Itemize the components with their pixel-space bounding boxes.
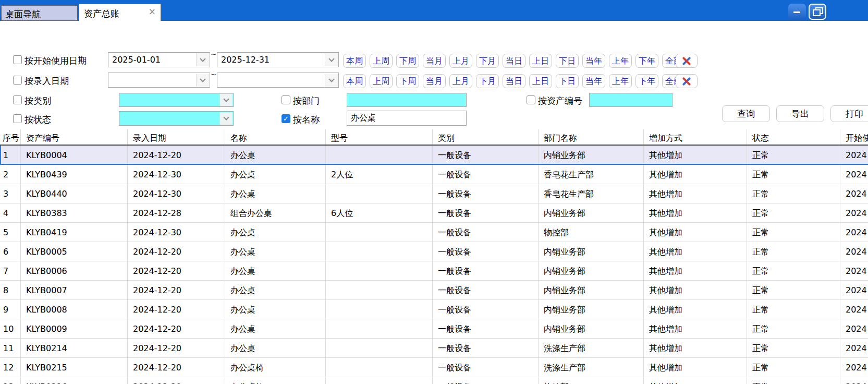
chevron-down-icon[interactable] (325, 74, 338, 87)
column-header[interactable]: 序号 (0, 129, 21, 145)
category-checkbox[interactable] (13, 95, 22, 104)
department-checkbox[interactable] (282, 95, 290, 104)
table-cell: 其他增加 (644, 319, 747, 338)
table-row[interactable]: 10KLYB00092024-12-20办公桌一般设备内销业务部其他增加正常20… (0, 319, 868, 339)
table-row[interactable]: 7KLYB00062024-12-20办公桌一般设备内销业务部其他增加正常202… (0, 261, 868, 281)
table-row[interactable]: 13KLYB02162024-12-20办公桌椅一般设备物控部其他增加正常202… (0, 377, 868, 384)
column-header[interactable]: 开始使用日期 (840, 129, 868, 145)
table-cell: 2024 (840, 358, 868, 377)
department-input[interactable] (347, 93, 467, 107)
quick-date-button[interactable]: 本周 (343, 54, 366, 68)
column-header[interactable]: 类别 (433, 129, 539, 145)
table-cell: 9 (0, 300, 21, 319)
usage-date-to-combo[interactable]: 2025-12-31 (217, 52, 339, 67)
table-cell: 2024-12-20 (128, 281, 225, 299)
table-cell: 办公桌 (225, 281, 326, 299)
table-row[interactable]: 12KLYB02152024-12-20办公桌椅一般设备洗涤生产部其他增加正常2… (0, 358, 868, 377)
range-tilde: ~ (211, 50, 217, 58)
name-checkbox[interactable] (282, 114, 290, 123)
table-row[interactable]: 2KLYB04392024-12-30办公桌2人位一般设备香皂花生产部其他增加正… (0, 165, 868, 184)
chevron-down-icon[interactable] (325, 53, 338, 66)
table-cell: KLYB0215 (21, 358, 128, 377)
quick-date-button[interactable]: 当月 (423, 74, 446, 88)
quick-date-button[interactable]: 下日 (556, 54, 579, 68)
table-cell: 物控部 (539, 223, 644, 242)
quick-date-row-2: 本周上周下周当月上月下月当日上日下日当年上年下年全部 (343, 74, 685, 88)
quick-date-button[interactable]: 上周 (370, 54, 393, 68)
column-header[interactable]: 型号 (326, 129, 433, 145)
asset-code-input[interactable] (589, 93, 673, 107)
print-button[interactable]: 打印 (830, 105, 868, 122)
chevron-down-icon[interactable] (219, 112, 233, 125)
tab-desktop-navigation[interactable]: 桌面导航 (1, 5, 78, 21)
quick-date-button[interactable]: 下日 (556, 74, 579, 88)
table-cell: 内销业务部 (539, 319, 644, 338)
entry-date-to-combo[interactable] (217, 73, 339, 88)
table-cell: 香皂花生产部 (539, 184, 644, 203)
status-combo[interactable] (119, 111, 234, 126)
quick-date-button[interactable]: 当年 (582, 54, 605, 68)
table-row[interactable]: 3KLYB04402024-12-30办公桌一般设备香皂花生产部其他增加正常20… (0, 184, 868, 203)
category-combo[interactable] (119, 93, 234, 107)
table-row[interactable]: 4KLYB03832024-12-28组合办公桌6人位一般设备内销业务部其他增加… (0, 203, 868, 223)
table-cell: 2024 (840, 146, 868, 164)
table-row[interactable]: 1KLYB00042024-12-20办公桌一般设备内销业务部其他增加正常202… (0, 146, 868, 165)
quick-date-button[interactable]: 当月 (423, 54, 446, 68)
table-cell: 3 (0, 184, 21, 203)
quick-date-button[interactable]: 当日 (503, 74, 525, 88)
custom-range-tool-button[interactable] (676, 54, 698, 68)
table-row[interactable]: 9KLYB00082024-12-20办公桌一般设备内销业务部其他增加正常202… (0, 300, 868, 319)
table-cell: 办公桌 (225, 261, 326, 280)
table-cell: 内销业务部 (539, 300, 644, 319)
table-row[interactable]: 11KLYB02142024-12-20办公桌一般设备洗涤生产部其他增加正常20… (0, 339, 868, 358)
query-button[interactable]: 查询 (722, 105, 770, 122)
column-header[interactable]: 录入日期 (128, 129, 225, 145)
status-checkbox[interactable] (13, 114, 22, 123)
column-header[interactable]: 状态 (747, 129, 840, 145)
quick-date-button[interactable]: 上月 (449, 74, 472, 88)
table-row[interactable]: 5KLYB04192024-12-30办公桌一般设备物控部其他增加正常2024 (0, 223, 868, 242)
usage-date-from-combo[interactable]: 2025-01-01 (108, 52, 210, 67)
quick-date-button[interactable]: 上日 (529, 54, 552, 68)
table-row[interactable]: 8KLYB00072024-12-20办公桌一般设备内销业务部其他增加正常202… (0, 281, 868, 300)
export-button[interactable]: 导出 (776, 105, 824, 122)
table-cell: 洗涤生产部 (539, 339, 644, 357)
chevron-down-icon[interactable] (196, 53, 209, 66)
quick-date-button[interactable]: 当年 (582, 74, 605, 88)
entry-date-from-combo[interactable] (108, 73, 210, 88)
quick-date-button[interactable]: 下年 (635, 74, 658, 88)
tab-asset-ledger[interactable]: 资产总账 × (79, 4, 161, 21)
restore-window-button[interactable] (809, 4, 826, 20)
quick-date-button[interactable]: 下周 (396, 74, 419, 88)
table-cell: KLYB0439 (21, 165, 128, 184)
column-header[interactable]: 名称 (225, 129, 326, 145)
column-header[interactable]: 增加方式 (644, 129, 747, 145)
quick-date-button[interactable]: 上年 (609, 74, 632, 88)
quick-date-button[interactable]: 下月 (476, 54, 499, 68)
close-tab-icon[interactable]: × (149, 7, 156, 16)
table-cell: 11 (0, 339, 21, 357)
entry-date-checkbox[interactable] (13, 76, 22, 85)
name-input[interactable] (347, 111, 467, 126)
table-cell (326, 358, 433, 377)
column-header[interactable]: 资产编号 (21, 129, 128, 145)
quick-date-button[interactable]: 上年 (609, 54, 632, 68)
custom-range-tool-button[interactable] (676, 74, 698, 88)
quick-date-button[interactable]: 上月 (449, 54, 472, 68)
usage-date-checkbox[interactable] (13, 55, 22, 64)
quick-date-button[interactable]: 上日 (529, 74, 552, 88)
quick-date-button[interactable]: 下月 (476, 74, 499, 88)
quick-date-button[interactable]: 当日 (503, 54, 525, 68)
asset-code-checkbox[interactable] (527, 95, 535, 104)
quick-date-button[interactable]: 下年 (635, 54, 658, 68)
quick-date-button[interactable]: 上周 (370, 74, 393, 88)
table-cell: 其他增加 (644, 203, 747, 222)
chevron-down-icon[interactable] (219, 94, 233, 106)
column-header[interactable]: 部门名称 (539, 129, 644, 145)
table-row[interactable]: 6KLYB00052024-12-20办公桌一般设备内销业务部其他增加正常202… (0, 242, 868, 261)
table-cell: 2024 (840, 223, 868, 242)
quick-date-button[interactable]: 本周 (343, 74, 366, 88)
chevron-down-icon[interactable] (196, 74, 209, 87)
quick-date-button[interactable]: 下周 (396, 54, 419, 68)
minimize-button[interactable] (788, 4, 806, 20)
